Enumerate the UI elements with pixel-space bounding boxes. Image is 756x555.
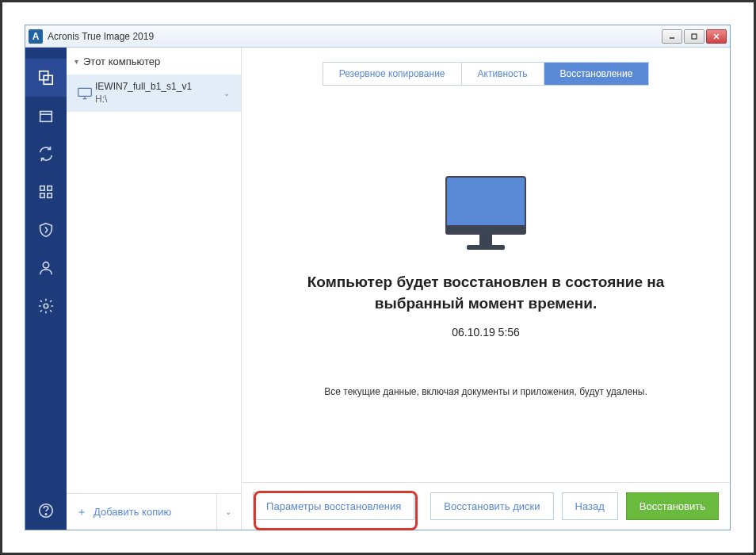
side-panel: ▾ Этот компьютер IEWIN7_full_b1_s1_v1 H:… <box>67 48 242 530</box>
nav-help[interactable] <box>25 492 67 530</box>
nav-backup[interactable] <box>25 59 67 97</box>
minimize-button[interactable] <box>662 29 682 44</box>
recover-disks-button[interactable]: Восстановить диски <box>430 492 553 520</box>
titlebar: A Acronis True Image 2019 <box>25 25 730 48</box>
side-header-label: Этот компьютер <box>83 56 160 67</box>
app-window: A Acronis True Image 2019 <box>25 25 731 530</box>
backup-item-name: IEWIN7_full_b1_s1_v1 <box>95 81 220 94</box>
svg-point-15 <box>45 514 46 515</box>
headline: Компьютер будет восстановлен в состояние… <box>273 272 698 314</box>
close-button[interactable] <box>706 29 727 44</box>
backup-list-item[interactable]: IEWIN7_full_b1_s1_v1 H:\ ⌄ <box>67 75 241 112</box>
svg-rect-6 <box>40 112 52 122</box>
window-title: Acronis True Image 2019 <box>48 31 154 42</box>
recovery-params-button[interactable]: Параметры восстановления <box>253 492 414 520</box>
svg-rect-20 <box>446 226 525 234</box>
warning-text: Все текущие данные, включая документы и … <box>324 386 647 397</box>
tab-bar: Резервное копирование Активность Восстан… <box>242 48 730 86</box>
add-backup-button[interactable]: ＋ Добавить копию ⌄ <box>67 493 241 530</box>
svg-rect-1 <box>692 34 697 39</box>
side-header[interactable]: ▾ Этот компьютер <box>67 48 241 75</box>
monitor-icon <box>74 86 95 101</box>
add-backup-label: Добавить копию <box>94 506 171 518</box>
chevron-down-icon[interactable]: ⌄ <box>216 494 231 530</box>
nav-tools[interactable] <box>25 173 67 211</box>
tab-backup[interactable]: Резервное копирование <box>323 63 462 85</box>
svg-rect-19 <box>446 177 525 231</box>
back-button[interactable]: Назад <box>562 492 618 520</box>
tab-activity[interactable]: Активность <box>462 63 544 85</box>
svg-point-13 <box>44 304 48 308</box>
monitor-illustration <box>438 170 533 258</box>
svg-rect-8 <box>40 186 45 191</box>
svg-rect-11 <box>48 193 52 198</box>
nav-rail <box>25 48 67 530</box>
backup-item-path: H:\ <box>95 94 220 106</box>
svg-rect-21 <box>479 234 492 245</box>
chevron-down-icon[interactable]: ⌄ <box>220 89 233 98</box>
svg-point-12 <box>43 262 48 268</box>
timestamp: 06.10.19 5:56 <box>452 326 520 339</box>
svg-rect-10 <box>40 193 45 198</box>
main-content: Резервное копирование Активность Восстан… <box>242 48 730 530</box>
tab-recovery[interactable]: Восстановление <box>544 63 649 85</box>
footer-bar: Параметры восстановления Восстановить ди… <box>242 482 730 530</box>
svg-rect-9 <box>48 186 52 191</box>
caret-down-icon: ▾ <box>74 57 78 66</box>
nav-sync[interactable] <box>25 135 67 173</box>
app-icon: A <box>29 29 43 44</box>
maximize-button[interactable] <box>684 29 704 44</box>
nav-protection[interactable] <box>25 211 67 249</box>
nav-archive[interactable] <box>25 97 67 135</box>
plus-icon: ＋ <box>76 505 87 519</box>
nav-settings[interactable] <box>25 287 67 325</box>
recover-button[interactable]: Восстановить <box>626 492 719 520</box>
svg-rect-16 <box>78 88 92 96</box>
svg-rect-22 <box>467 245 505 250</box>
nav-account[interactable] <box>25 249 67 287</box>
